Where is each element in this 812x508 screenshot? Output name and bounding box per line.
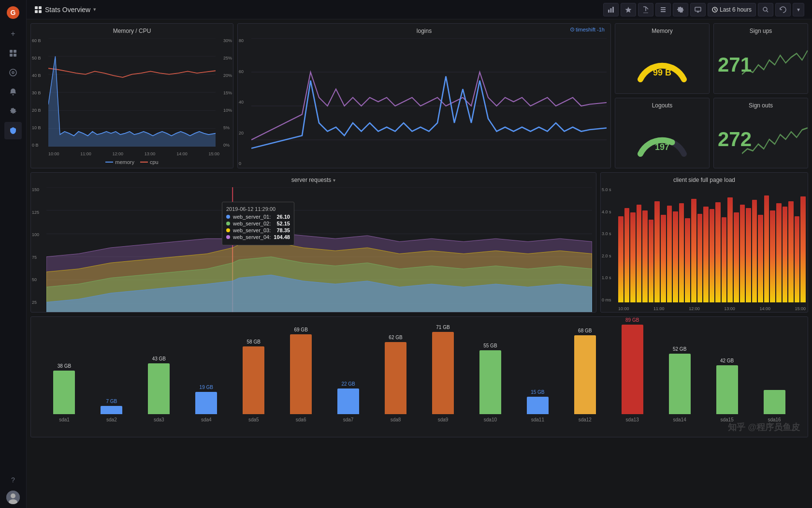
client-bar: [727, 197, 733, 302]
display-button[interactable]: [690, 3, 706, 16]
refresh-dropdown-button[interactable]: ▾: [793, 3, 804, 16]
settings-button[interactable]: [673, 3, 688, 16]
bar-sda5: 58 GB sda5: [234, 339, 273, 422]
legend-cpu: cpu: [140, 159, 159, 165]
bar-sda3: 43 GB sda3: [140, 356, 178, 422]
bar-sda2-label: 7 GB: [106, 399, 117, 404]
bar-sda6: 69 GB sda6: [282, 327, 320, 422]
client-bar: [795, 216, 800, 303]
client-bar: [715, 202, 721, 302]
bar-sda9: 71 GB sda9: [423, 325, 462, 422]
sidebar-item-settings[interactable]: [4, 103, 22, 120]
client-bar: [770, 210, 775, 302]
bar-sda13-x: sda13: [626, 417, 639, 422]
row-2: server requests ▾ 1501251007550250: [30, 172, 808, 313]
client-bar: [710, 209, 715, 302]
bar-sda14-x: sda14: [673, 417, 686, 422]
bar-sda11-rect: [527, 397, 549, 414]
user-avatar[interactable]: [6, 491, 20, 504]
sidebar-item-help[interactable]: ?: [4, 471, 22, 489]
chart-type-button[interactable]: [603, 3, 619, 16]
bar-sda7-rect: [337, 388, 359, 414]
signouts-sparkline: [742, 111, 808, 168]
svg-rect-16: [608, 10, 609, 13]
svg-rect-22: [661, 11, 666, 12]
legend-memory-label: memory: [115, 159, 134, 165]
disk-usage-panel: 38 GB sda1 7 GB sda2 43 GB sda3: [30, 316, 808, 437]
bar-sda5-rect: [243, 346, 264, 414]
bar-sda16-rect: [764, 390, 785, 414]
signouts-title: Sign outs: [714, 98, 808, 111]
share-icon: [642, 6, 649, 13]
svg-marker-19: [625, 7, 631, 13]
sidebar-item-plus[interactable]: +: [4, 25, 22, 43]
share-button[interactable]: [638, 3, 653, 16]
star-button[interactable]: [621, 3, 636, 16]
bar-sda2: 7 GB sda2: [92, 399, 131, 422]
bar-sda6-label: 69 GB: [294, 327, 307, 332]
dashboard-title: Stats Overview ▾: [34, 6, 599, 14]
client-bar: [703, 207, 709, 302]
svg-rect-15: [39, 10, 42, 13]
svg-rect-20: [661, 7, 666, 8]
memory-stat-panel: Memory 99 B: [615, 23, 710, 94]
bar-sda4: 19 GB sda4: [187, 385, 226, 422]
main-area: Stats Overview ▾: [27, 0, 812, 508]
logins-title: logins: [238, 24, 610, 36]
client-y-axis: 5.0 s4.0 s3.0 s2.0 s1.0 s0 ms: [602, 187, 611, 302]
bar-sda11-x: sda11: [531, 417, 544, 422]
refresh-button[interactable]: [775, 3, 791, 16]
memory-cpu-panel: Memory / CPU 60 B50 B40 B30 B20 B10 B0 B…: [30, 23, 233, 168]
svg-rect-12: [35, 6, 38, 9]
signouts-panel: Sign outs 272: [713, 98, 808, 168]
logins-y-axis: 806040200: [239, 38, 244, 166]
bar-sda13: 89 GB sda13: [613, 317, 652, 422]
sidebar-item-compass[interactable]: [4, 64, 22, 81]
clock-small-icon: [570, 28, 574, 31]
bar-sda14-rect: [669, 354, 691, 414]
svg-rect-18: [612, 7, 614, 13]
client-bar: [758, 215, 763, 302]
signups-sparkline: [742, 36, 808, 93]
bar-sda8-rect: [385, 342, 406, 414]
sidebar-item-bell[interactable]: [4, 83, 22, 101]
svg-rect-3: [14, 50, 16, 53]
bar-sda1-label: 38 GB: [58, 363, 71, 369]
panel-config-button[interactable]: [655, 3, 671, 16]
svg-point-10: [11, 493, 15, 498]
title-dropdown-arrow[interactable]: ▾: [93, 6, 96, 13]
sidebar-item-dashboards[interactable]: [4, 45, 22, 62]
client-bar: [679, 203, 684, 302]
svg-point-7: [12, 72, 14, 74]
server-requests-dropdown-arrow[interactable]: ▾: [333, 178, 335, 183]
server-requests-header[interactable]: server requests ▾: [31, 173, 596, 185]
time-range-button[interactable]: Last 6 hours: [708, 3, 756, 16]
bar-sda1: 38 GB sda1: [45, 363, 84, 422]
client-bar: [649, 220, 654, 302]
search-button[interactable]: [758, 3, 773, 16]
client-bar: [746, 208, 751, 302]
client-load-panel: client side full page load 5.0 s4.0 s3.0…: [600, 172, 808, 313]
client-bar: [722, 217, 727, 302]
bar-sda8: 62 GB sda8: [377, 335, 415, 422]
client-bar: [752, 200, 757, 302]
app-logo[interactable]: G: [4, 4, 22, 21]
bar-sda12-rect: [574, 335, 596, 414]
svg-rect-5: [14, 54, 16, 57]
bar-sda3-rect: [148, 363, 170, 414]
logouts-panel: Logouts 197: [615, 98, 710, 168]
bar-sda8-x: sda8: [391, 417, 401, 422]
svg-point-6: [10, 69, 16, 76]
bar-sda3-x: sda3: [154, 417, 164, 422]
bar-sda4-label: 19 GB: [200, 385, 213, 390]
signups-value: 271: [718, 53, 752, 76]
memory-cpu-chart: [31, 38, 229, 147]
y-axis-right: 30%25%20%15%10%5%0%: [223, 38, 232, 148]
logouts-gauge-container: 197: [615, 111, 709, 168]
logouts-gauge: 197: [633, 118, 691, 161]
sidebar: G + ?: [0, 0, 27, 508]
server-y-axis: 1501251007550250: [32, 187, 39, 313]
svg-rect-24: [695, 7, 701, 11]
bar-sda12: 68 GB sda12: [566, 328, 604, 422]
sidebar-item-shield[interactable]: [4, 122, 22, 139]
